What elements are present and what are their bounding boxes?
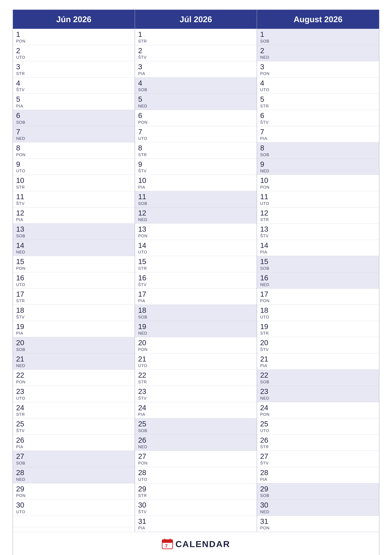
day-cell-m1-d17: 17PIA <box>135 289 257 305</box>
day-name-m2-d21: PIA <box>260 363 376 368</box>
day-cell-m0-d11: 11ŠTV <box>13 191 135 207</box>
day-name-m0-d16: UTO <box>16 282 131 287</box>
day-cell-m2-d8: 8SOB <box>257 142 379 159</box>
day-name-m1-d12: NED <box>138 217 254 222</box>
month-column-0: 1PON2UTO3STR4ŠTV5PIA6SOB7NED8PON9UTO10ST… <box>13 29 135 532</box>
day-cell-m2-d16: 16NED <box>257 272 379 289</box>
day-num-m2-d6: 6 <box>260 111 376 120</box>
day-cell-m2-d17: 17PON <box>257 289 379 305</box>
day-cell-m0-d6: 6SOB <box>13 110 135 126</box>
day-cell-m1-d22: 22STR <box>135 370 257 386</box>
day-num-m0-d30: 30 <box>16 501 131 509</box>
day-name-m0-d30: UTO <box>16 510 131 514</box>
day-name-m0-d20: SOB <box>16 347 131 352</box>
day-cell-m2-d2: 2NED <box>257 45 379 61</box>
day-name-m1-d11: SOB <box>138 201 254 206</box>
day-name-m0-d9: UTO <box>16 168 131 173</box>
day-num-m1-d16: 16 <box>138 274 254 282</box>
day-cell-m0-d10: 10STR <box>13 175 135 191</box>
day-num-m0-d7: 7 <box>16 128 131 136</box>
day-cell-m2-d22: 22SOB <box>257 370 379 386</box>
day-name-m0-d22: PON <box>16 380 131 384</box>
day-name-m2-d22: SOB <box>260 380 376 384</box>
day-name-m2-d5: STR <box>260 104 376 109</box>
day-name-m2-d26: STR <box>260 445 376 449</box>
day-cell-m0-d22: 22PON <box>13 370 135 386</box>
header-row: Jún 2026Júl 2026August 2026 <box>13 10 379 29</box>
day-num-m2-d21: 21 <box>260 355 376 363</box>
day-num-m0-d19: 19 <box>16 323 131 331</box>
day-num-m1-d9: 9 <box>138 160 254 168</box>
logo-area: 7 CALENDAR <box>162 538 230 549</box>
day-cell-m1-d27: 27PON <box>135 451 257 467</box>
day-name-m0-d21: NED <box>16 363 131 368</box>
day-name-m0-d29: PON <box>16 493 131 498</box>
day-num-m2-d31: 31 <box>260 517 376 526</box>
day-name-m1-d23: ŠTV <box>138 396 254 401</box>
day-name-m0-d18: ŠTV <box>16 315 131 320</box>
day-num-m1-d6: 6 <box>138 111 254 120</box>
day-num-m0-d22: 22 <box>16 371 131 379</box>
day-cell-m2-d13: 13ŠTV <box>257 224 379 240</box>
day-cell-m2-d19: 19STR <box>257 321 379 337</box>
day-cell-m2-d12: 12STR <box>257 207 379 224</box>
day-cell-m1-d23: 23ŠTV <box>135 386 257 402</box>
day-num-m0-d1: 1 <box>16 30 131 38</box>
day-cell-m0-d13: 13SOB <box>13 224 135 240</box>
day-name-m1-d27: PON <box>138 461 254 466</box>
day-num-m2-d22: 22 <box>260 371 376 379</box>
day-cell-m2-d24: 24PON <box>257 402 379 418</box>
day-num-m0-d28: 28 <box>16 469 131 477</box>
day-cell-m1-d7: 7UTO <box>135 126 257 143</box>
day-name-m0-d19: PIA <box>16 331 131 336</box>
day-cell-m2-d15: 15SOB <box>257 256 379 272</box>
day-name-m1-d7: UTO <box>138 136 254 141</box>
day-num-m2-d25: 25 <box>260 420 376 428</box>
day-cell-m1-d29: 29STR <box>135 483 257 500</box>
day-num-m0-d15: 15 <box>16 258 131 266</box>
day-num-m0-d27: 27 <box>16 452 131 460</box>
day-num-m2-d1: 1 <box>260 30 376 38</box>
day-cell-m0-d28: 28NED <box>13 467 135 483</box>
day-num-m1-d3: 3 <box>138 63 254 71</box>
day-name-m1-d29: STR <box>138 493 254 498</box>
day-num-m1-d21: 21 <box>138 355 254 363</box>
day-name-m2-d9: NED <box>260 168 376 173</box>
day-cell-m0-d26: 26PIA <box>13 435 135 451</box>
day-num-m2-d8: 8 <box>260 144 376 152</box>
day-num-m0-d4: 4 <box>16 79 131 87</box>
day-name-m2-d18: UTO <box>260 315 376 320</box>
day-name-m1-d8: STR <box>138 152 254 157</box>
day-num-m1-d1: 1 <box>138 30 254 38</box>
day-cell-m2-d10: 10PON <box>257 175 379 191</box>
day-name-m0-d11: ŠTV <box>16 201 131 206</box>
day-name-m0-d27: SOB <box>16 461 131 466</box>
day-name-m1-d20: PON <box>138 347 254 352</box>
day-name-m2-d29: SOB <box>260 493 376 498</box>
day-num-m1-d14: 14 <box>138 241 254 249</box>
day-num-m1-d29: 29 <box>138 485 254 493</box>
day-name-m2-d17: PON <box>260 298 376 303</box>
day-name-m2-d15: SOB <box>260 266 376 271</box>
day-num-m0-d17: 17 <box>16 290 131 298</box>
day-cell-m1-d4: 4SOB <box>135 78 257 94</box>
day-name-m2-d27: ŠTV <box>260 461 376 466</box>
day-num-m1-d23: 23 <box>138 387 254 395</box>
day-cell-m0-d24: 24STR <box>13 402 135 418</box>
month-header-0: Jún 2026 <box>13 10 135 29</box>
day-name-m2-d13: ŠTV <box>260 234 376 238</box>
day-name-m2-d28: PIA <box>260 477 376 482</box>
day-name-m1-d24: PIA <box>138 412 254 417</box>
day-name-m2-d8: SOB <box>260 152 376 157</box>
day-name-m0-d7: NED <box>16 136 131 141</box>
day-num-m1-d7: 7 <box>138 128 254 136</box>
day-name-m1-d19: NED <box>138 331 254 336</box>
day-name-m0-d1: PON <box>16 39 131 44</box>
day-cell-m2-d30: 30NED <box>257 499 379 516</box>
day-name-m0-d12: PIA <box>16 217 131 222</box>
day-name-m1-d16: ŠTV <box>138 282 254 287</box>
svg-rect-3 <box>164 539 165 541</box>
day-num-m2-d5: 5 <box>260 95 376 103</box>
day-name-m0-d2: UTO <box>16 55 131 60</box>
day-cell-m0-d3: 3STR <box>13 61 135 78</box>
